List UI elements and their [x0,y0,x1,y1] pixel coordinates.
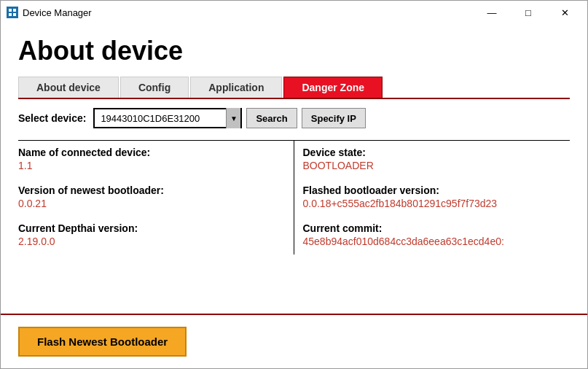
tab-application[interactable]: Application [190,77,282,98]
flash-bootloader-button[interactable]: Flash Newest Bootloader [18,327,187,357]
dropdown-arrow-icon[interactable]: ▼ [226,108,240,128]
current-commit-value: 45e8b94acf010d684cc3da6eea63c1ecd4e0: [303,236,562,247]
info-cell-depthai-label: Current Depthai version: 2.19.0.0 [18,217,294,255]
connected-device-label: Name of connected device: [18,147,285,158]
device-state-value: BOOTLOADER [303,160,562,171]
info-cell-name-label: Name of connected device: 1.1 [18,141,294,179]
connected-device-value: 1.1 [18,160,285,171]
window-title: Device Manager [23,7,92,18]
tab-bar: About device Config Application Danger Z… [18,77,570,99]
device-select-value: 19443010C1D6E31200 [95,113,226,124]
device-select-label: Select device: [18,112,86,124]
title-bar: Device Manager — □ ✕ [1,1,587,24]
newest-bootloader-value: 0.0.21 [18,198,285,209]
svg-rect-4 [13,13,16,16]
search-button[interactable]: Search [246,108,297,128]
info-cell-state-label: Device state: BOOTLOADER [294,141,571,179]
bottom-bar: Flash Newest Bootloader [1,314,587,368]
page-title: About device [18,36,570,66]
main-content: About device About device Config Applica… [1,24,587,314]
specify-ip-button[interactable]: Specify IP [302,108,366,128]
tab-config[interactable]: Config [120,77,189,98]
info-grid: Name of connected device: 1.1 Device sta… [18,140,570,255]
device-select-row: Select device: 19443010C1D6E31200 ▼ Sear… [18,108,570,128]
window: Device Manager — □ ✕ About device About … [0,0,588,369]
info-cell-commit-label: Current commit: 45e8b94acf010d684cc3da6e… [294,217,571,255]
minimize-button[interactable]: — [475,4,509,21]
svg-rect-1 [9,9,12,12]
info-cell-flashed-label: Flashed bootloader version: 0.0.18+c555a… [294,179,571,217]
title-bar-left: Device Manager [7,7,92,18]
depthai-version-value: 2.19.0.0 [18,236,285,247]
newest-bootloader-label: Version of newest bootloader: [18,184,285,196]
tab-about-device[interactable]: About device [18,77,119,98]
window-controls: — □ ✕ [475,4,581,21]
app-icon [7,7,18,18]
info-cell-bootloader-version-label: Version of newest bootloader: 0.0.21 [18,179,294,217]
close-button[interactable]: ✕ [548,4,581,21]
current-commit-label: Current commit: [303,222,562,234]
device-state-label: Device state: [303,147,562,158]
tab-danger-zone[interactable]: Danger Zone [283,77,383,98]
depthai-version-label: Current Depthai version: [18,222,285,234]
device-select-combo[interactable]: 19443010C1D6E31200 ▼ [93,108,242,128]
restore-button[interactable]: □ [511,4,545,21]
svg-rect-2 [13,9,16,12]
svg-rect-3 [9,13,12,16]
flashed-bootloader-value: 0.0.18+c555ac2fb184b801291c95f7f73d23 [303,198,562,209]
flashed-bootloader-label: Flashed bootloader version: [303,184,562,196]
